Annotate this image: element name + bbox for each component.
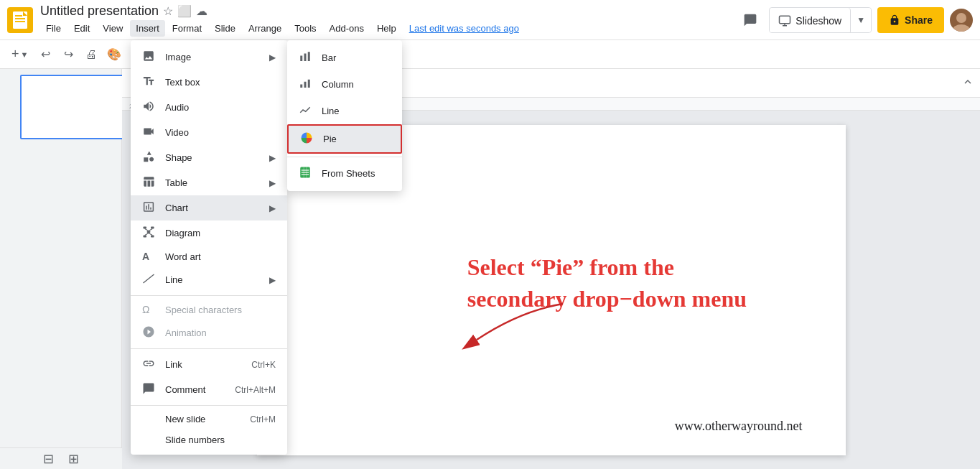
menu-item-new-slide[interactable]: New slide Ctrl+M: [131, 409, 287, 429]
slideshow-button[interactable]: Slideshow: [770, 8, 851, 33]
bar-chart-icon: [299, 50, 314, 65]
svg-point-6: [956, 13, 966, 23]
shape-icon: [142, 150, 158, 165]
menu-label-comment: Comment: [165, 384, 235, 395]
menu-item-special-chars: Ω Special characters: [131, 299, 287, 320]
grid-view-btn[interactable]: ⊞: [64, 450, 83, 468]
annotation-line1: Select “Pie” from the: [467, 251, 747, 284]
comments-icon-btn[interactable]: [737, 7, 763, 33]
animation-icon: [142, 325, 158, 340]
add-btn[interactable]: +▼: [7, 45, 32, 65]
new-slide-shortcut: Ctrl+M: [250, 414, 276, 424]
slide-thumbnail[interactable]: [20, 75, 128, 139]
present-icon[interactable]: ⬜: [177, 4, 192, 18]
chart-icon: [142, 200, 158, 215]
wordart-icon: A: [142, 251, 158, 262]
svg-rect-13: [151, 236, 154, 238]
menu-divider2: [131, 348, 287, 349]
menu-item-diagram[interactable]: Diagram: [131, 220, 287, 246]
menu-item-video[interactable]: Video: [131, 120, 287, 145]
svg-rect-9: [144, 227, 147, 229]
submenu-item-pie[interactable]: Pie: [287, 124, 402, 154]
svg-rect-11: [147, 231, 151, 233]
paint-format-btn[interactable]: 🎨: [104, 45, 124, 65]
svg-rect-27: [302, 172, 309, 173]
svg-rect-10: [151, 227, 154, 229]
menu-label-new-slide: New slide: [165, 414, 250, 424]
redo-btn[interactable]: ↪: [58, 45, 78, 65]
menu-item-textbox[interactable]: Text box: [131, 70, 287, 95]
menu-addons[interactable]: Add-ons: [324, 20, 370, 37]
menu-item-shape[interactable]: Shape ▶: [131, 145, 287, 170]
line-chart-icon: [299, 103, 314, 119]
last-edit-link[interactable]: Last edit was seconds ago: [403, 20, 525, 37]
user-avatar[interactable]: [950, 9, 973, 32]
undo-btn[interactable]: ↩: [35, 45, 55, 65]
filmstrip-view-btn[interactable]: ⊟: [39, 450, 58, 468]
svg-line-17: [149, 233, 152, 236]
svg-rect-30: [307, 167, 307, 178]
top-right: Slideshow ▼ Share: [737, 7, 973, 33]
menu-label-image: Image: [165, 52, 269, 62]
menu-label-line: Line: [165, 274, 269, 285]
menu-format[interactable]: Format: [167, 20, 207, 37]
menu-slide[interactable]: Slide: [209, 20, 241, 37]
svg-line-16: [145, 233, 149, 236]
submenu-item-bar[interactable]: Bar: [287, 45, 402, 71]
submenu-item-from-sheets[interactable]: From Sheets: [287, 160, 402, 187]
menu-arrange[interactable]: Arrange: [243, 20, 287, 37]
arrow-icon: ▶: [269, 52, 276, 62]
menu-label-slide-numbers: Slide numbers: [165, 435, 276, 445]
menu-item-audio[interactable]: Audio: [131, 95, 287, 120]
menu-file[interactable]: File: [40, 20, 67, 37]
slide-view-controls: ⊟ ⊞: [0, 447, 122, 469]
menu-item-table[interactable]: Table ▶: [131, 170, 287, 195]
menu-tools[interactable]: Tools: [289, 20, 322, 37]
share-button[interactable]: Share: [877, 7, 944, 33]
print-btn[interactable]: 🖨: [81, 45, 101, 65]
star-icon[interactable]: ☆: [163, 4, 173, 18]
menu-item-chart[interactable]: Chart ▶: [131, 195, 287, 220]
svg-rect-21: [308, 52, 310, 61]
svg-rect-29: [304, 167, 304, 178]
title-area: Untitled presentation ☆ ⬜ ☁ File Edit Vi…: [40, 4, 737, 37]
share-label: Share: [905, 14, 933, 26]
arrow-icon: ▶: [269, 275, 276, 285]
submenu-label-pie: Pie: [323, 134, 337, 144]
svg-rect-19: [300, 56, 302, 62]
menu-item-wordart[interactable]: A Word art: [131, 246, 287, 267]
menu-help[interactable]: Help: [371, 20, 402, 37]
diagram-icon: [142, 226, 158, 241]
menu-item-slide-numbers[interactable]: Slide numbers: [131, 429, 287, 450]
svg-line-15: [149, 229, 152, 231]
menu-item-image[interactable]: Image ▶: [131, 45, 287, 70]
table-icon: [142, 175, 158, 190]
svg-line-18: [144, 274, 154, 283]
menu-item-link[interactable]: Link Ctrl+K: [131, 352, 287, 377]
svg-rect-26: [302, 170, 309, 171]
menu-label-wordart: Word art: [165, 251, 276, 262]
menu-item-line[interactable]: Line ▶: [131, 267, 287, 292]
menu-label-audio: Audio: [165, 102, 276, 113]
menu-edit[interactable]: Edit: [68, 20, 95, 37]
slideshow-dropdown[interactable]: ▼: [851, 8, 871, 32]
menu-item-animation: Animation: [131, 320, 287, 345]
svg-rect-28: [302, 174, 309, 175]
svg-point-7: [953, 24, 970, 32]
menu-label-diagram: Diagram: [165, 228, 276, 238]
submenu-item-column[interactable]: Column: [287, 71, 402, 98]
line-icon: [142, 272, 158, 287]
comment-shortcut: Ctrl+Alt+M: [235, 385, 276, 395]
menu-insert[interactable]: Insert: [130, 20, 165, 37]
audio-icon: [142, 100, 158, 115]
menu-view[interactable]: View: [97, 20, 129, 37]
arrow-annotation: [434, 297, 577, 354]
menu-item-comment[interactable]: Comment Ctrl+Alt+M: [131, 377, 287, 402]
slide-url: www.otherwayround.net: [675, 419, 803, 434]
top-bar: Untitled presentation ☆ ⬜ ☁ File Edit Vi…: [0, 0, 980, 40]
collapse-toolbar-btn[interactable]: [961, 75, 974, 90]
svg-rect-12: [144, 236, 147, 238]
cloud-icon[interactable]: ☁: [196, 4, 207, 18]
submenu-item-line[interactable]: Line: [287, 98, 402, 124]
presentation-title[interactable]: Untitled presentation: [40, 4, 159, 19]
